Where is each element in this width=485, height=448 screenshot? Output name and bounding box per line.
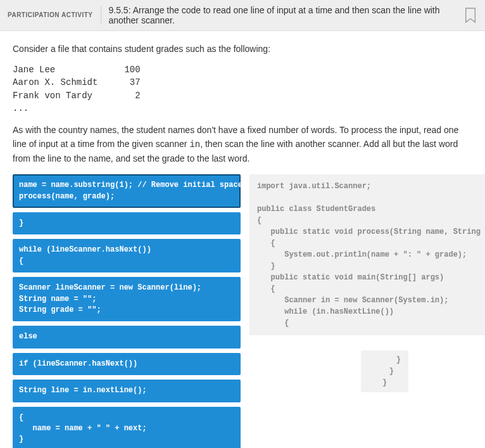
code-block[interactable]: while (lineScanner.hasNext()) { bbox=[13, 239, 241, 272]
bookmark-icon[interactable] bbox=[463, 7, 477, 23]
fixed-code-top: import java.util.Scanner; public class S… bbox=[249, 174, 485, 335]
instructions-code: in bbox=[189, 139, 200, 150]
code-block[interactable]: name = name.substring(1); // Remove init… bbox=[13, 174, 241, 208]
file-sample: Jane Lee 100 Aaron X. Schmidt 37 Frank v… bbox=[13, 63, 472, 115]
draggable-blocks-column: name = name.substring(1); // Remove init… bbox=[13, 174, 241, 448]
header-divider bbox=[101, 6, 101, 24]
code-block[interactable]: String line = in.nextLine(); bbox=[13, 380, 241, 402]
target-code-column: import java.util.Scanner; public class S… bbox=[249, 174, 485, 392]
activity-type-label: PARTICIPATION ACTIVITY bbox=[8, 11, 93, 19]
exercise-area: name = name.substring(1); // Remove init… bbox=[13, 174, 472, 448]
fixed-code-bottom: } } } bbox=[361, 350, 408, 392]
code-block[interactable]: { name = name + " " + next; } bbox=[13, 407, 241, 448]
code-block[interactable]: else bbox=[13, 326, 241, 348]
instructions-text: As with the country names, the student n… bbox=[13, 124, 472, 165]
code-block[interactable]: if (lineScanner.hasNext()) bbox=[13, 353, 241, 375]
code-block[interactable]: Scanner lineScanner = new Scanner(line);… bbox=[13, 277, 241, 321]
activity-header: PARTICIPATION ACTIVITY 9.5.5: Arrange th… bbox=[0, 0, 485, 31]
activity-content: Consider a file that contains student gr… bbox=[0, 31, 485, 448]
intro-text: Consider a file that contains student gr… bbox=[13, 42, 472, 56]
activity-title: 9.5.5: Arrange the code to read one line… bbox=[109, 5, 456, 25]
code-block[interactable]: } bbox=[13, 212, 241, 234]
